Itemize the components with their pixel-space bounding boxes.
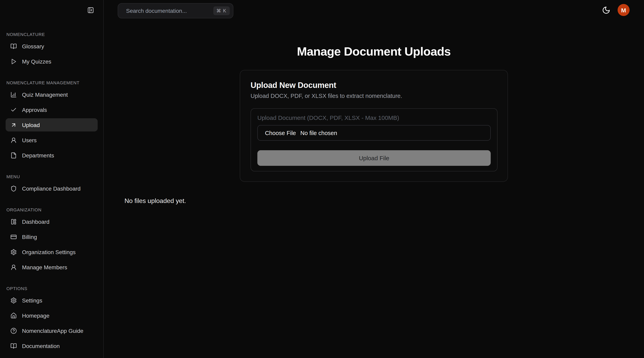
sidebar-item-label: Glossary [22,43,44,49]
upload-card-subtitle: Upload DOCX, PDF, or XLSX files to extra… [250,93,498,99]
sidebar-item-nomenclatureapp-guide[interactable]: NomenclatureApp Guide [6,324,98,337]
page-title: Manage Document Uploads [104,44,644,59]
sidebar-item-label: Settings [22,297,42,304]
panel-left-close-icon [87,6,94,13]
file-status-text: No file chosen [300,130,337,136]
main-content: Manage Document Uploads Upload New Docum… [104,0,644,358]
sidebar-item-label: Documentation [22,343,60,349]
sidebar-item-billing[interactable]: Billing [6,230,98,243]
arrow-up-right-icon [10,122,17,128]
sidebar-item-documentation[interactable]: Documentation [6,339,98,353]
sidebar-nav: NOMENCLATUREGlossaryMy QuizzesNOMENCLATU… [0,32,103,353]
sidebar-item-departments[interactable]: Departments [6,149,98,162]
shield-icon [10,185,17,191]
upload-card: Upload New Document Upload DOCX, PDF, or… [240,70,508,182]
file-input[interactable]: Choose File No file chosen [257,125,491,141]
sidebar-item-organization-settings[interactable]: Organization Settings [6,245,98,258]
section-label-menu: MENU [6,174,98,179]
sidebar-item-my-quizzes[interactable]: My Quizzes [6,55,98,68]
sidebar-item-settings[interactable]: Settings [6,294,98,307]
section-label-organization: ORGANIZATION [6,207,98,212]
sidebar-item-upload[interactable]: Upload [6,118,98,132]
layout-dashboard-icon [10,218,17,225]
sidebar-item-homepage[interactable]: Homepage [6,309,98,322]
empty-state-text: No files uploaded yet. [124,197,186,204]
gear-icon [10,249,17,255]
check-icon [10,107,17,113]
sidebar-item-label: Manage Members [22,264,67,270]
sidebar-item-label: Approvals [22,107,47,113]
sidebar-item-label: Billing [22,233,37,240]
sidebar-item-label: My Quizzes [22,58,51,64]
sidebar-item-label: Quiz Management [22,91,68,98]
sidebar-item-compliance-dashboard[interactable]: Compliance Dashboard [6,182,98,195]
sidebar-item-label: Organization Settings [22,249,76,255]
sidebar-item-label: Homepage [22,312,50,319]
upload-file-button[interactable]: Upload File [257,150,491,166]
sidebar-item-dashboard[interactable]: Dashboard [6,215,98,228]
book-open-icon [10,343,17,349]
book-open-icon [10,43,17,49]
section-label-options: OPTIONS [6,286,98,291]
user-icon [10,264,17,270]
choose-file-button[interactable]: Choose File [265,130,296,136]
sidebar-item-label: Compliance Dashboard [22,185,81,191]
app-root: NOMENCLATUREGlossaryMy QuizzesNOMENCLATU… [0,0,644,358]
section-label-nomenclature-management: NOMENCLATURE MANAGEMENT [6,80,98,85]
house-icon [10,312,17,319]
sidebar-item-glossary[interactable]: Glossary [6,39,98,53]
gear-icon [10,297,17,304]
sidebar-item-manage-members[interactable]: Manage Members [6,260,98,274]
sidebar-item-label: NomenclatureApp Guide [22,328,84,334]
section-label-nomenclature: NOMENCLATURE [6,32,98,37]
upload-card-title: Upload New Document [250,81,498,90]
credit-card-icon [10,233,17,240]
play-icon [10,58,17,64]
sidebar-collapse-button[interactable] [86,5,95,14]
sidebar-item-approvals[interactable]: Approvals [6,103,98,116]
sidebar-item-label: Dashboard [22,218,50,225]
file-icon [10,152,17,159]
sidebar-item-label: Upload [22,122,40,128]
sidebar-item-label: Users [22,137,36,143]
sidebar-item-users[interactable]: Users [6,134,98,147]
sidebar: NOMENCLATUREGlossaryMy QuizzesNOMENCLATU… [0,0,104,358]
sidebar-item-label: Departments [22,152,54,159]
user-icon [10,137,17,143]
circle-help-icon [10,328,17,334]
upload-field-label: Upload Document (DOCX, PDF, XLSX - Max 1… [257,115,491,121]
upload-field-group: Upload Document (DOCX, PDF, XLSX - Max 1… [250,108,498,172]
chart-column-icon [10,91,17,98]
sidebar-item-quiz-management[interactable]: Quiz Management [6,88,98,101]
